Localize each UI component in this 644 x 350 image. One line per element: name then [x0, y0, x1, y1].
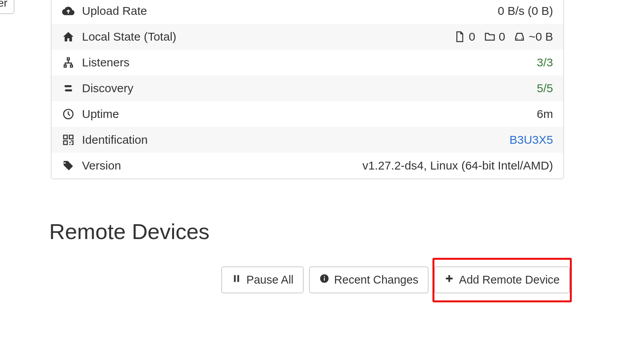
row-discovery: Discovery 5/5	[52, 75, 563, 101]
add-remote-device-label: Add Remote Device	[459, 273, 560, 286]
upload-rate-value: 0 B/s (0 B)	[498, 4, 553, 18]
remote-devices-heading: Remote Devices	[49, 219, 210, 244]
row-uptime: Uptime 6m	[52, 101, 563, 127]
remote-devices-actions: Pause All Recent Changes Add Remote Devi…	[51, 266, 570, 293]
pause-all-label: Pause All	[246, 273, 294, 286]
pause-icon	[231, 273, 242, 286]
fragment-text: ler	[0, 0, 7, 9]
qrcode-icon	[62, 133, 75, 146]
row-upload-rate: Upload Rate 0 B/s (0 B)	[52, 0, 563, 24]
local-state-size: ~0 B	[528, 30, 553, 43]
cutoff-button-fragment: ler	[0, 0, 14, 14]
row-listeners: Listeners 3/3	[52, 50, 563, 75]
folder-icon	[484, 31, 496, 43]
identification-value[interactable]: B3U3X5	[509, 133, 553, 146]
uptime-value: 6m	[537, 107, 553, 121]
upload-rate-label: Upload Rate	[82, 4, 147, 18]
info-icon	[319, 273, 329, 286]
uptime-label: Uptime	[82, 107, 119, 121]
version-label: Version	[82, 159, 121, 172]
identification-label: Identification	[82, 133, 148, 146]
row-local-state: Local State (Total) 0 0	[52, 24, 563, 50]
signpost-icon	[62, 82, 75, 95]
add-remote-device-button[interactable]: Add Remote Device	[434, 266, 570, 293]
discovery-label: Discovery	[82, 82, 133, 95]
listeners-label: Listeners	[82, 56, 130, 69]
file-icon	[454, 31, 466, 43]
discovery-value[interactable]: 5/5	[537, 82, 553, 95]
plus-icon	[444, 273, 454, 286]
row-version: Version v1.27.2-ds4, Linux (64-bit Intel…	[52, 153, 563, 179]
disk-icon	[514, 31, 525, 43]
listeners-value[interactable]: 3/3	[537, 56, 553, 69]
status-panel: Upload Rate 0 B/s (0 B) Local State (Tot…	[51, 0, 564, 179]
local-state-folders: 0	[499, 30, 505, 43]
clock-icon	[62, 107, 75, 121]
local-state-label: Local State (Total)	[82, 30, 176, 43]
cloud-upload-icon	[62, 4, 75, 18]
local-state-files: 0	[469, 30, 475, 43]
recent-changes-button[interactable]: Recent Changes	[309, 266, 429, 293]
pause-all-button[interactable]: Pause All	[221, 266, 304, 293]
version-value: v1.27.2-ds4, Linux (64-bit Intel/AMD)	[362, 159, 553, 172]
tag-icon	[62, 159, 75, 172]
home-icon	[62, 30, 75, 43]
recent-changes-label: Recent Changes	[334, 273, 418, 286]
row-identification: Identification B3U3X5	[52, 127, 563, 153]
sitemap-icon	[62, 56, 75, 69]
